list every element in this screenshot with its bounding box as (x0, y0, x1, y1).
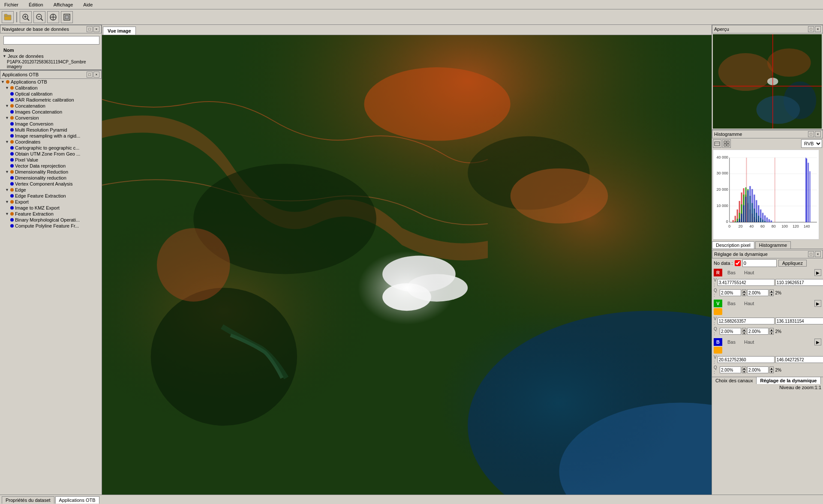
menu-edition[interactable]: Édition (26, 1, 46, 8)
map-container[interactable] (102, 35, 712, 495)
otb-dim-red[interactable]: ▼ Dimensionality Reduction (0, 169, 102, 175)
otb-concat[interactable]: ▼ Concatenation (0, 103, 102, 109)
tab-histogramme[interactable]: Histogramme (755, 241, 791, 249)
ch-r-v-haut-input[interactable]: 110.19626517 (775, 279, 823, 286)
otb-utm-zone[interactable]: Obtain UTM Zone From Geo ... (0, 151, 102, 157)
ch-b-arrow[interactable]: ▶ (814, 339, 821, 345)
otb-edge[interactable]: ▼ Edge (0, 187, 102, 193)
menu-affichage[interactable]: Affichage (51, 1, 76, 8)
ch-v-q-bas-down[interactable]: ▼ (742, 331, 746, 335)
otb-img-resample[interactable]: Image resampling with a rigid... (0, 133, 102, 139)
nodata-value-input[interactable]: 0 (742, 259, 777, 267)
otb-compute-polyline[interactable]: Compute Polyline Feature Fr... (0, 223, 102, 229)
svg-rect-105 (760, 210, 761, 222)
otb-coords[interactable]: ▼ Coordinates (0, 139, 102, 145)
ch-b-q-haut-input[interactable]: 2.00% (747, 366, 769, 373)
apercu-icon2[interactable]: × (815, 26, 821, 32)
histogram-mode-select[interactable]: RVB (801, 139, 822, 148)
dataset-file-item[interactable]: P1APX-20120725836311194CP_Sombre imagery (2, 59, 100, 69)
histogram-toolbar: RVB (712, 138, 823, 149)
ch-r-q-row: Q : 2.00% ▲ ▼ 2.00% ▲ ▼ 2% (714, 288, 821, 298)
ch-b-q-bas-up[interactable]: ▲ (742, 366, 746, 370)
ch-r-q-haut-up[interactable]: ▲ (769, 289, 774, 293)
hist-icon2[interactable]: × (815, 131, 821, 137)
ch-r-q-bas-up[interactable]: ▲ (742, 289, 746, 293)
reglage-icon2[interactable]: × (815, 251, 821, 257)
ch-v-v-bas-input[interactable]: 12.588263357 (718, 318, 775, 324)
apercu-icon1[interactable]: □ (808, 26, 814, 32)
pan-button[interactable] (47, 11, 59, 23)
otb-vertex-comp[interactable]: Vertex Component Analysis (0, 181, 102, 187)
otb-vector-reproj[interactable]: Vector Data reprojection (0, 163, 102, 169)
otb-optical-cal[interactable]: Optical calibration (0, 91, 102, 97)
ch-v-q-haut-input[interactable]: 2.00% (747, 328, 769, 335)
apply-button[interactable]: Appliquez (778, 260, 807, 267)
ch-b-q-bas-input[interactable]: 2.00% (720, 366, 741, 373)
otb-edge-feat[interactable]: Edge Feature Extraction (0, 193, 102, 199)
img-resample-label: Image resampling with a rigid... (15, 133, 80, 138)
ch-v-q-bas-up[interactable]: ▲ (742, 328, 746, 331)
otb-conversion[interactable]: ▼ Conversion (0, 115, 102, 121)
ch-b-q-haut-up[interactable]: ▲ (769, 366, 774, 370)
data-nav-icon1[interactable]: □ (87, 26, 93, 32)
fit-button[interactable] (61, 11, 73, 23)
tab-description-pixel[interactable]: Description pixel (712, 241, 754, 249)
ch-b-v-haut-input[interactable]: 146.04272572 (775, 356, 823, 363)
ch-v-q-bas-input[interactable]: 2.00% (720, 328, 741, 335)
svg-text:40: 40 (749, 224, 754, 228)
tab-reglage-dynamique[interactable]: Réglage de la dynamique (757, 377, 820, 384)
otb-image-conv[interactable]: Image Conversion (0, 121, 102, 127)
otb-carto-geo[interactable]: Cartographic to geographic c... (0, 145, 102, 151)
tab-vue-image[interactable]: Vue image (103, 27, 136, 35)
open-button[interactable] (2, 11, 14, 23)
ch-v-q-haut-up[interactable]: ▲ (769, 328, 774, 331)
ch-r-arrow[interactable]: ▶ (814, 269, 821, 276)
binary-morph-label: Binary Morphological Operati... (15, 217, 80, 222)
histogram-header: Histogramme □ × (712, 130, 823, 138)
otb-multi-res[interactable]: Multi Resolution Pyramid (0, 127, 102, 133)
tab-proprietes-dataset[interactable]: Propriétés du dataset (2, 496, 54, 504)
ch-v-arrow[interactable]: ▶ (814, 300, 821, 307)
images-concat-label: Images Concatenation (15, 109, 62, 114)
menu-aide[interactable]: Aide (81, 1, 95, 8)
ch-r-q-bas-down[interactable]: ▼ (742, 293, 746, 296)
otb-export[interactable]: ▼ Export (0, 199, 102, 205)
otb-icon2[interactable]: × (93, 72, 99, 78)
ch-b-q-bas-down[interactable]: ▼ (742, 370, 746, 373)
ch-v-q-haut-down[interactable]: ▼ (769, 331, 774, 335)
ch-r-q-haut-down[interactable]: ▼ (769, 293, 774, 296)
otb-icon1[interactable]: □ (87, 72, 93, 78)
tab-choix-canaux[interactable]: Choix des canaux (712, 377, 757, 384)
otb-pixel-value[interactable]: Pixel Value (0, 157, 102, 163)
reglage-icon1[interactable]: □ (808, 251, 814, 257)
otb-feat-ext[interactable]: ▼ Feature Extraction (0, 211, 102, 217)
ch-r-value-row: V : 3.4177755142 110.19626517 min/Max (714, 277, 821, 288)
ch-v-v-haut-input[interactable]: 136.11831154 (775, 318, 823, 324)
hist-btn1[interactable] (713, 139, 721, 148)
data-nav-icon2[interactable]: × (93, 26, 99, 32)
otb-sar-cal[interactable]: SAR Radiometric calibration (0, 97, 102, 103)
ch-v-value-row: V : 12.588263357 136.11831154 min/Max (714, 316, 821, 326)
nodata-checkbox[interactable] (735, 260, 741, 266)
hist-icon1[interactable]: □ (808, 131, 814, 137)
zoom-in-button[interactable] (20, 11, 32, 23)
otb-kmz-export[interactable]: Image to KMZ Export (0, 205, 102, 211)
vector-reproj-dot (10, 164, 14, 168)
data-nav-search[interactable] (3, 36, 99, 45)
otb-calibration[interactable]: ▼ Calibration (0, 85, 102, 91)
otb-binary-morph[interactable]: Binary Morphological Operati... (0, 217, 102, 223)
images-concat-dot (10, 110, 14, 114)
otb-images-concat[interactable]: Images Concatenation (0, 109, 102, 115)
otb-root[interactable]: ▼ Applications OTB (0, 79, 102, 85)
zoom-out-button[interactable] (33, 11, 45, 23)
otb-dim-reduction[interactable]: Dimensionality reduction (0, 175, 102, 181)
ch-r-q-haut-input[interactable]: 2.00% (747, 289, 769, 296)
hist-btn2[interactable] (722, 139, 731, 148)
tab-applications-otb[interactable]: Applications OTB (55, 496, 99, 504)
datasets-item[interactable]: ▼ Jeux de données (2, 53, 100, 59)
ch-b-v-bas-input[interactable]: 20.612752360 (718, 356, 775, 363)
menu-fichier[interactable]: Fichier (2, 1, 21, 8)
ch-r-q-bas-input[interactable]: 2.00% (720, 289, 741, 296)
ch-b-q-haut-down[interactable]: ▼ (769, 370, 774, 373)
ch-r-v-bas-input[interactable]: 3.4177755142 (718, 279, 775, 286)
